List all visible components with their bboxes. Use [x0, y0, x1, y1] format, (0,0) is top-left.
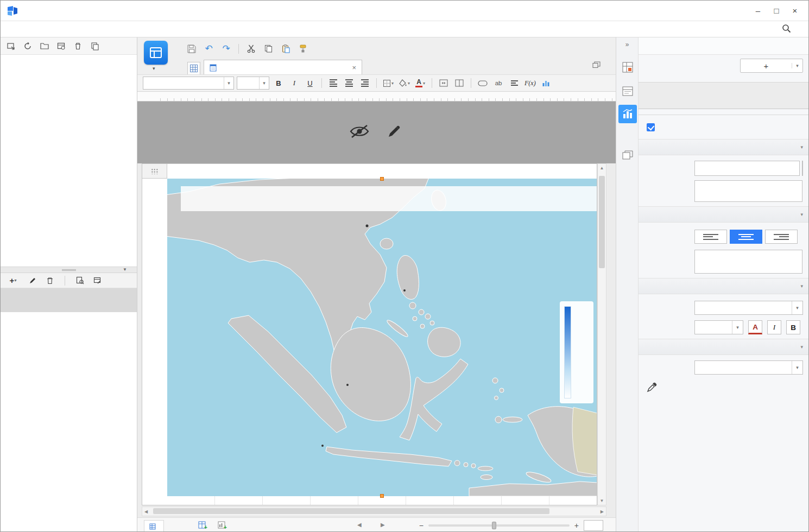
- cell-element-icon[interactable]: [618, 58, 637, 77]
- zoom-in-icon[interactable]: +: [574, 521, 579, 530]
- copy-icon[interactable]: [261, 42, 276, 55]
- scroll-down-icon[interactable]: ▼: [598, 498, 606, 503]
- position-right-button[interactable]: [765, 230, 798, 244]
- redo-icon[interactable]: ↷: [219, 42, 233, 55]
- scroll-up-icon[interactable]: ▲: [598, 166, 606, 170]
- align-center-icon[interactable]: [343, 77, 356, 90]
- bold-button[interactable]: B: [786, 320, 800, 334]
- scroll-left-icon[interactable]: ◀: [144, 509, 148, 514]
- font-color-button[interactable]: A: [748, 320, 762, 334]
- content-section-header[interactable]: ▾: [639, 139, 809, 155]
- minimize-button[interactable]: –: [749, 3, 767, 19]
- italic-button[interactable]: I: [288, 77, 301, 90]
- template-settings-icon[interactable]: [56, 41, 66, 51]
- spreadsheet[interactable]: [142, 163, 597, 505]
- paste-icon[interactable]: [279, 42, 293, 55]
- vscroll-thumb[interactable]: [599, 176, 605, 268]
- bold-button[interactable]: B: [272, 77, 285, 90]
- select-all-corner[interactable]: [142, 164, 167, 179]
- title-text-input[interactable]: [694, 161, 800, 176]
- chart-resize-handle-top[interactable]: [380, 177, 384, 181]
- chart-resize-handle-bottom[interactable]: [380, 494, 384, 498]
- template-menu-caret-icon[interactable]: ▾: [153, 66, 155, 71]
- widget-manager-icon[interactable]: [618, 146, 637, 164]
- map-chart[interactable]: [167, 179, 597, 496]
- add-dataset-icon[interactable]: +▾: [6, 276, 20, 286]
- font-color-icon[interactable]: A▾: [414, 77, 427, 90]
- floating-element-icon[interactable]: [618, 105, 637, 123]
- sheet-tab[interactable]: [144, 520, 164, 532]
- vertical-scrollbar[interactable]: ▲ ▼: [597, 163, 606, 505]
- align-right-icon[interactable]: [358, 77, 371, 90]
- refresh-icon[interactable]: [23, 41, 33, 51]
- save-icon[interactable]: [184, 42, 199, 55]
- add-floating-button[interactable]: +▾: [740, 59, 803, 73]
- undo-icon[interactable]: ↶: [201, 42, 216, 55]
- italic-button[interactable]: I: [767, 320, 781, 334]
- edit-chart-icon[interactable]: [386, 124, 401, 141]
- position-center-button[interactable]: [730, 230, 762, 244]
- more-colors-link[interactable]: [639, 402, 809, 410]
- collapse-down-icon[interactable]: ▼: [123, 267, 127, 272]
- zoom-slider[interactable]: [428, 524, 570, 527]
- prev-sheet-icon[interactable]: ◀: [357, 522, 362, 528]
- edit-dataset-icon[interactable]: [28, 276, 37, 286]
- insert-chart-icon[interactable]: [540, 77, 553, 90]
- horizontal-scrollbar[interactable]: ◀ ▶: [142, 506, 606, 516]
- font-size-select[interactable]: ▾: [237, 77, 269, 90]
- font-family-select[interactable]: ▾: [694, 301, 803, 315]
- font-family-select[interactable]: ▾: [143, 77, 234, 90]
- add-chart-sheet-icon[interactable]: +: [218, 521, 227, 531]
- align-left-icon[interactable]: [327, 77, 340, 90]
- scroll-right-icon[interactable]: ▶: [601, 509, 604, 514]
- formula-icon[interactable]: F(x): [523, 77, 537, 90]
- zoom-out-icon[interactable]: −: [419, 521, 424, 530]
- collapse-panel-icon[interactable]: »: [616, 41, 638, 48]
- position-left-button[interactable]: [694, 230, 727, 244]
- delete-icon[interactable]: [73, 41, 83, 51]
- underline-button[interactable]: U: [304, 77, 317, 90]
- bg-section-header[interactable]: ▾: [639, 339, 809, 355]
- show-title-checkbox[interactable]: [647, 123, 655, 131]
- copy-template-icon[interactable]: [90, 41, 100, 51]
- fill-color-icon[interactable]: ▾: [397, 77, 411, 90]
- preview-dataset-icon[interactable]: [75, 276, 85, 286]
- show-title-row[interactable]: [639, 119, 809, 135]
- hide-chart-icon[interactable]: [348, 123, 371, 141]
- float-window-icon[interactable]: [592, 61, 601, 70]
- eyedropper-icon[interactable]: [646, 382, 657, 395]
- rich-text-icon[interactable]: [508, 77, 521, 90]
- cell-attribute-icon[interactable]: [618, 82, 637, 100]
- add-grid-sheet-icon[interactable]: +: [198, 521, 208, 531]
- maximize-button[interactable]: □: [767, 3, 786, 19]
- new-report-icon[interactable]: [6, 41, 16, 51]
- close-button[interactable]: ×: [786, 3, 804, 19]
- fill-type-select[interactable]: ▾: [694, 360, 803, 375]
- split-cells-icon[interactable]: [453, 77, 466, 90]
- search-icon[interactable]: [782, 24, 791, 35]
- cut-icon[interactable]: [244, 42, 258, 55]
- formula-button[interactable]: [802, 161, 803, 176]
- zoom-value[interactable]: [584, 520, 603, 531]
- layout-section-header[interactable]: ▾: [639, 206, 809, 223]
- close-tab-icon[interactable]: ×: [352, 64, 356, 72]
- format-painter-icon[interactable]: [296, 42, 311, 55]
- hscroll-thumb[interactable]: [153, 508, 549, 514]
- text-attr-icon[interactable]: ab: [492, 77, 505, 90]
- border-icon[interactable]: ▾: [382, 77, 395, 90]
- font-size-select[interactable]: ▾: [694, 320, 743, 334]
- folder-view-icon[interactable]: [40, 41, 49, 51]
- batch-edit-icon[interactable]: [92, 276, 102, 286]
- grid-toggle-icon[interactable]: [187, 62, 200, 75]
- widget-icon[interactable]: [476, 77, 489, 90]
- tab-area-map[interactable]: ×: [204, 60, 362, 75]
- style-section-header[interactable]: ▾: [639, 278, 809, 294]
- zoom-slider-thumb[interactable]: [492, 522, 496, 529]
- custom-floating-position-button[interactable]: [694, 250, 802, 274]
- template-menu-button[interactable]: [144, 41, 168, 65]
- chart-title[interactable]: [181, 186, 597, 211]
- delete-dataset-icon[interactable]: [45, 276, 55, 286]
- panel-splitter[interactable]: ▼: [1, 267, 137, 273]
- next-sheet-icon[interactable]: ▶: [381, 522, 385, 528]
- merge-cells-icon[interactable]: [437, 77, 450, 90]
